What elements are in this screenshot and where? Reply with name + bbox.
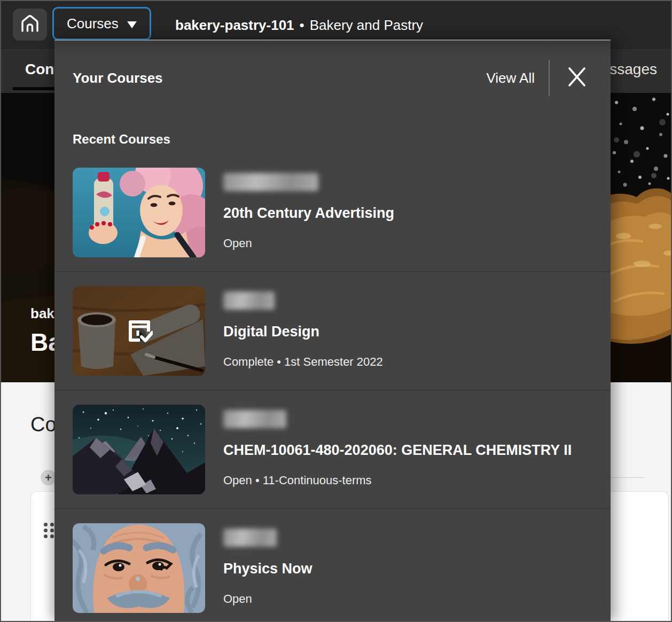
panel-title: Your Courses — [73, 68, 486, 88]
course-status: Complete • 1st Semester 2022 — [223, 355, 383, 369]
hero-course-id-partial: bak — [30, 305, 54, 322]
course-title: 20th Century Advertising — [223, 203, 394, 223]
close-icon — [567, 67, 587, 89]
app-window: Courses bakery-pastry-101 • Bakery and P… — [0, 0, 672, 622]
panel-header: Your Courses View All — [54, 41, 611, 107]
course-thumbnail-chemistry — [73, 405, 205, 494]
course-info: Physics Now Open — [223, 523, 312, 613]
course-id-badge-redacted — [223, 173, 318, 191]
course-complete-icon — [125, 318, 153, 344]
course-info: CHEM-10061-480-202060: GENERAL CHEMISTRY… — [223, 405, 572, 494]
breadcrumb-course-name: Bakery and Pastry — [310, 17, 423, 34]
course-item-20th-century-advertising[interactable]: 20th Century Advertising Open — [54, 154, 611, 271]
caret-down-icon — [127, 15, 137, 32]
course-info: 20th Century Advertising Open — [223, 168, 394, 257]
course-status: Open — [223, 592, 312, 607]
home-button[interactable] — [13, 9, 47, 41]
section-title: Recent Courses — [73, 131, 592, 147]
course-list: 20th Century Advertising Open — [54, 154, 611, 621]
course-title: CHEM-10061-480-202060: GENERAL CHEMISTRY… — [223, 440, 572, 460]
course-info: Digital Design Complete • 1st Semester 2… — [223, 286, 383, 376]
drag-handle-icon[interactable] — [44, 523, 54, 538]
course-item-physics-now[interactable]: Physics Now Open — [54, 508, 611, 621]
courses-menu-label: Courses — [67, 15, 119, 32]
course-title: Digital Design — [223, 321, 383, 342]
course-id-badge-redacted — [223, 529, 277, 547]
view-all-button[interactable]: View All — [486, 68, 535, 88]
breadcrumb-course-id: bakery-pastry-101 — [175, 17, 294, 34]
course-id-badge-redacted — [223, 410, 286, 428]
course-status: Open — [223, 236, 394, 251]
course-thumbnail-digital-design — [73, 286, 205, 376]
courses-dropdown-panel: Your Courses View All Recent Courses — [54, 40, 611, 621]
breadcrumb-separator: • — [300, 17, 304, 34]
header-divider — [549, 60, 550, 96]
course-item-general-chemistry[interactable]: CHEM-10061-480-202060: GENERAL CHEMISTRY… — [54, 390, 611, 508]
page-heading-partial: Co — [30, 413, 57, 436]
home-icon — [20, 14, 40, 35]
plus-icon: + — [45, 472, 52, 484]
course-title: Physics Now — [223, 558, 312, 579]
add-content-button[interactable]: + — [41, 470, 56, 485]
course-item-digital-design[interactable]: Digital Design Complete • 1st Semester 2… — [54, 271, 611, 390]
course-thumbnail-physics — [73, 523, 205, 613]
course-status: Open • 11-Continuous-terms — [223, 473, 572, 488]
courses-menu-button[interactable]: Courses — [52, 7, 151, 40]
course-id-badge-redacted — [223, 292, 275, 310]
close-button[interactable] — [565, 66, 589, 90]
course-thumbnail-advertising — [73, 168, 205, 257]
